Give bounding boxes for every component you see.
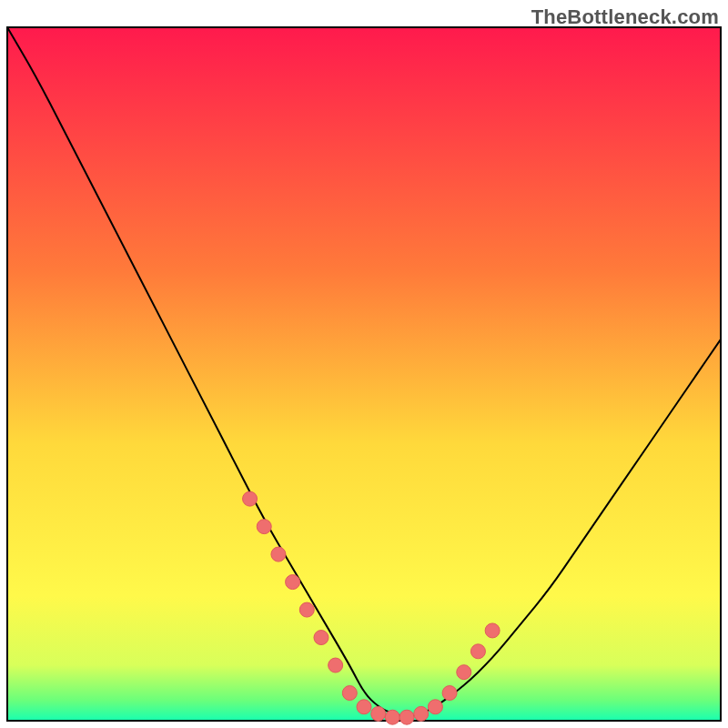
data-point xyxy=(286,575,300,590)
bottleneck-curve-chart xyxy=(0,0,728,728)
data-point xyxy=(470,644,485,659)
plot-background xyxy=(7,27,721,721)
data-point xyxy=(385,710,399,724)
data-point xyxy=(243,491,258,506)
data-point xyxy=(442,686,457,701)
data-point xyxy=(428,700,442,714)
chart-container: TheBottleneck.com xyxy=(0,0,728,728)
data-point xyxy=(357,700,371,714)
data-point xyxy=(299,602,314,617)
data-point xyxy=(399,710,414,724)
data-point xyxy=(257,520,271,534)
watermark-label: TheBottleneck.com xyxy=(531,5,719,29)
data-point xyxy=(342,686,357,701)
data-point xyxy=(485,623,500,638)
data-point xyxy=(314,631,329,645)
data-point xyxy=(371,706,386,721)
data-point xyxy=(271,547,286,561)
data-point xyxy=(414,706,429,721)
data-point xyxy=(329,658,343,672)
data-point xyxy=(457,665,471,680)
